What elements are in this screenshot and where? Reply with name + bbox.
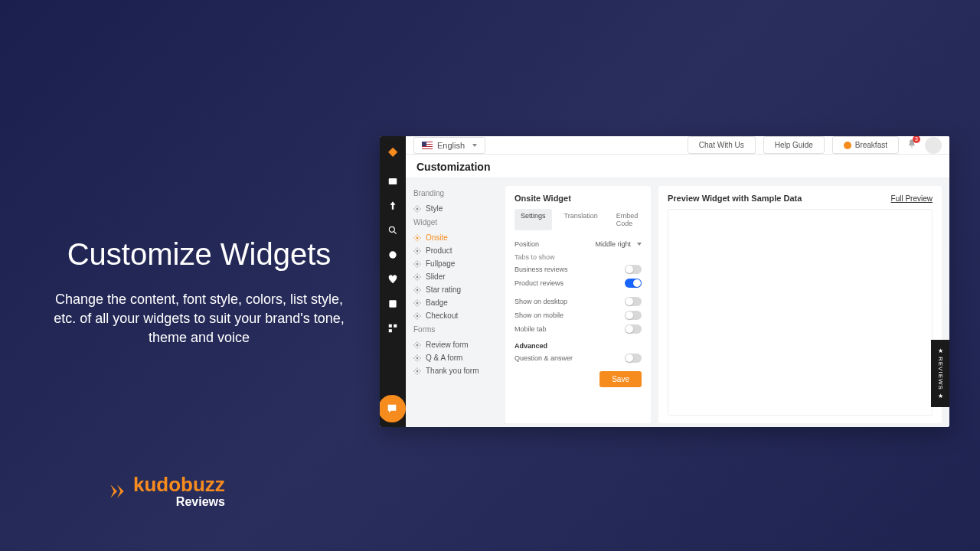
settings-tabs: SettingsTranslationEmbed Code [514,209,642,230]
gear-icon [413,247,421,255]
svg-point-11 [416,262,419,265]
gear-icon [413,205,421,213]
breakfast-button[interactable]: Breakfast [832,136,899,154]
rail-heart-icon[interactable] [385,272,400,287]
toggle-label: Mobile tab [514,325,547,333]
gear-icon [413,341,421,349]
sidebar-item-slider[interactable]: Slider [413,270,498,283]
settings-sidebar: Branding Style Widget OnsiteProductFullp… [413,186,498,423]
flag-icon [422,142,433,149]
position-label: Position [514,240,539,248]
toggle-question-&-answer[interactable] [625,354,642,363]
rail-rocket-icon[interactable] [385,198,400,214]
sidebar-item-q-&-a-form[interactable]: Q & A form [413,351,498,364]
rail-search-icon[interactable] [385,223,400,238]
toggle-label: Show on desktop [514,298,567,305]
rail-grid-icon[interactable] [385,321,400,336]
sidebar-item-onsite[interactable]: Onsite [413,231,498,244]
rail-globe-icon[interactable] [385,247,400,262]
gear-icon [413,260,421,268]
svg-line-2 [394,232,397,234]
chevron-down-icon [637,243,642,246]
svg-rect-7 [389,329,392,332]
sidebar-item-product[interactable]: Product [413,244,498,257]
toggle-show-on-desktop[interactable] [625,297,642,306]
position-select[interactable]: Middle right [595,240,642,248]
language-label: English [437,141,465,150]
brand-logo: kudobuzz Reviews [107,473,225,509]
svg-point-18 [416,370,419,372]
toggle-product-reviews[interactable] [625,279,642,288]
settings-card-title: Onsite Widget [514,194,642,203]
promo-title: Customize Widgets [46,237,352,272]
breakfast-icon [844,142,851,149]
svg-point-13 [416,289,419,291]
page-title: Customization [406,155,949,178]
svg-point-16 [416,344,419,346]
tabs-to-show-label: Tabs to show [514,253,642,261]
widget-heading: Widget [413,218,498,227]
svg-rect-6 [394,324,397,328]
toggle-label: Question & answer [514,354,573,362]
svg-rect-5 [389,324,392,328]
save-button[interactable]: Save [599,371,642,387]
sidebar-item-fullpage[interactable]: Fullpage [413,257,498,270]
sidebar-item-badge[interactable]: Badge [413,296,498,309]
brand-name: kudobuzz [133,473,225,497]
rail-reviews-icon[interactable] [385,174,400,189]
toggle-label: Show on mobile [514,311,564,319]
forms-heading: Forms [413,325,498,334]
tab-embed-code[interactable]: Embed Code [610,209,645,230]
svg-point-8 [416,207,419,210]
promo-description: Change the content, font style, colors, … [46,290,352,348]
tab-translation[interactable]: Translation [558,209,604,230]
help-button[interactable]: Help Guide [763,136,825,154]
svg-point-10 [416,249,419,252]
notif-badge: 3 [913,136,920,143]
nav-rail: ◆ [380,136,406,427]
sidebar-item-style[interactable]: Style [413,202,498,215]
svg-rect-0 [389,178,397,184]
gear-icon [413,234,421,242]
rail-image-icon[interactable] [385,296,400,311]
preview-title: Preview Widget with Sample Data [668,194,802,203]
gear-icon [413,273,421,281]
svg-point-9 [416,236,419,239]
sidebar-item-star-rating[interactable]: Star rating [413,283,498,296]
gear-icon [413,354,421,362]
preview-card: Preview Widget with Sample Data Full Pre… [658,186,942,423]
branding-heading: Branding [413,189,498,197]
notifications-button[interactable]: 3 [906,139,917,152]
brand-sub: Reviews [133,495,225,509]
toggle-show-on-mobile[interactable] [625,311,642,320]
svg-point-1 [389,227,394,232]
svg-point-3 [389,251,396,258]
rail-logo-icon[interactable]: ◆ [388,144,397,158]
chat-button[interactable]: Chat With Us [688,136,756,154]
tab-settings[interactable]: Settings [514,209,552,230]
language-selector[interactable]: English [413,137,485,154]
gear-icon [413,286,421,294]
toggle-mobile-tab[interactable] [625,324,642,334]
svg-point-17 [416,357,419,359]
star-icon: ★ [938,347,943,354]
reviews-side-tab[interactable]: ★ REVIEWS ★ [931,340,949,407]
sidebar-item-checkout[interactable]: Checkout [413,309,498,322]
settings-card: Onsite Widget SettingsTranslationEmbed C… [505,186,651,423]
toggle-label: Business reviews [514,266,568,273]
toggle-label: Product reviews [514,279,564,287]
chevron-down-icon [472,144,477,147]
svg-point-14 [416,302,419,304]
sidebar-item-thank-you-form[interactable]: Thank you form [413,364,498,377]
svg-point-12 [416,276,419,278]
chat-fab[interactable] [380,395,406,422]
avatar[interactable] [925,137,942,154]
full-preview-link[interactable]: Full Preview [891,194,933,203]
gear-icon [413,299,421,307]
toggle-business-reviews[interactable] [625,265,642,274]
sidebar-item-review-form[interactable]: Review form [413,338,498,351]
topbar: English Chat With Us Help Guide Breakfas… [406,136,949,155]
kudobuzz-icon [107,481,127,501]
svg-point-15 [416,315,419,317]
svg-rect-4 [389,300,396,307]
